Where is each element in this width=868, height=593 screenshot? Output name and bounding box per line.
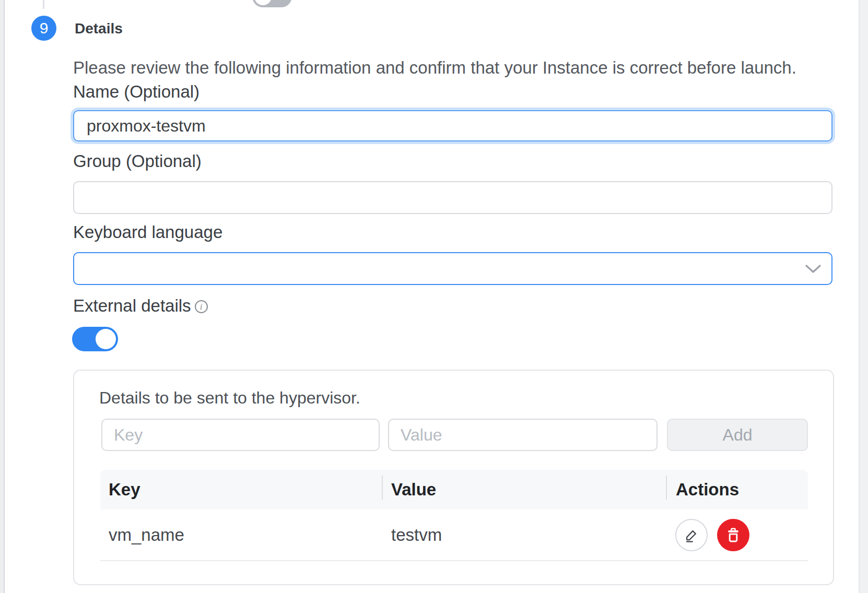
- key-input[interactable]: [101, 419, 380, 451]
- key-value-table: Key Value Actions vm_name testvm: [100, 470, 808, 561]
- group-field-label: Group (Optional): [73, 151, 202, 172]
- step-title: Details: [75, 21, 123, 37]
- row-key-cell: vm_name: [100, 525, 382, 545]
- column-header-key: Key: [100, 480, 382, 500]
- value-input[interactable]: [388, 419, 658, 451]
- name-field-label: Name (Optional): [73, 81, 200, 102]
- table-row: vm_name testvm: [100, 509, 808, 561]
- external-details-label: External details: [73, 295, 191, 316]
- stepper-connector-line: [43, 0, 44, 9]
- add-button[interactable]: Add: [667, 419, 808, 451]
- info-icon[interactable]: i: [195, 300, 208, 313]
- edit-button[interactable]: [675, 519, 708, 551]
- add-button-label: Add: [723, 425, 753, 445]
- column-header-value: Value: [382, 480, 666, 500]
- group-input[interactable]: [73, 181, 832, 214]
- trash-icon: [725, 527, 742, 543]
- scrollbar-track[interactable]: [859, 0, 868, 593]
- table-header-row: Key Value Actions: [100, 470, 808, 509]
- external-details-label-row: External details i: [73, 295, 208, 316]
- step-number: 9: [40, 19, 49, 37]
- toggle-knob: [96, 329, 116, 349]
- toggle-knob: [254, 0, 272, 5]
- details-step-screen: 9 Details Please review the following in…: [0, 0, 868, 593]
- hypervisor-panel-description: Details to be sent to the hypervisor.: [99, 387, 360, 408]
- row-value-cell: testvm: [382, 525, 666, 545]
- review-instructions: Please review the following information …: [73, 57, 832, 78]
- step-number-badge: 9: [31, 16, 56, 41]
- left-gutter: [0, 0, 5, 593]
- keyboard-language-label: Keyboard language: [73, 222, 222, 243]
- hypervisor-details-panel: Details to be sent to the hypervisor. Ad…: [73, 370, 834, 585]
- column-header-actions: Actions: [666, 480, 808, 500]
- pencil-icon: [683, 527, 700, 543]
- external-details-toggle[interactable]: [72, 327, 118, 351]
- keyboard-language-select[interactable]: [73, 252, 832, 285]
- name-input[interactable]: [73, 110, 832, 141]
- chevron-down-icon: [805, 265, 821, 274]
- delete-button[interactable]: [717, 519, 749, 551]
- previous-section-toggle[interactable]: [252, 0, 292, 7]
- row-actions-cell: [666, 519, 808, 551]
